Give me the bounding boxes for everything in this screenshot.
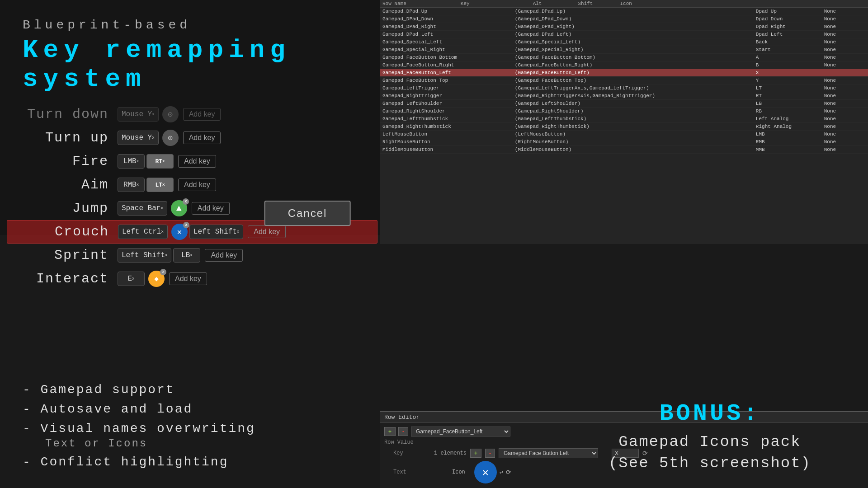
add-key-btn-jump[interactable]: Add key: [192, 202, 230, 215]
feature-conflict: - Conflict highlighting: [23, 455, 362, 469]
action-label-jump: Jump: [9, 201, 108, 216]
action-label-interact: Interact: [9, 271, 108, 286]
table-row[interactable]: Gamepad_RightThumbstick(Gamepad_RightThu…: [380, 123, 868, 131]
table-row[interactable]: RightMouseButton(RightMouseButton)RMBNon…: [380, 138, 868, 146]
ue-data-table: Gamepad_DPad_Up(Gamepad_DPad_Up)Dpad UpN…: [380, 8, 868, 154]
mapping-row-sprint: Sprint Left Shiftx LBx Add key: [9, 244, 375, 267]
key-badge-left-shift-sprint[interactable]: Left Shiftx: [118, 248, 171, 263]
table-row[interactable]: Gamepad_FaceButton_Left(Gamepad_FaceButt…: [380, 69, 868, 77]
subtitle: Blueprint-based: [23, 18, 362, 32]
add-key-element-btn[interactable]: +: [470, 449, 481, 458]
table-row[interactable]: Gamepad_Special_Right(Gamepad_Special_Ri…: [380, 46, 868, 54]
key-badge-spacebar[interactable]: Space Barx: [118, 201, 167, 216]
key-badge-left-shift-crouch[interactable]: Left Shiftx: [189, 225, 243, 239]
table-row[interactable]: Gamepad_LeftShoulder(Gamepad_LeftShoulde…: [380, 100, 868, 108]
key-badge-rt[interactable]: RTx: [146, 154, 174, 169]
ue-col-label-1: Key: [461, 1, 470, 6]
main-title: Key remapping system: [23, 36, 362, 94]
action-label-sprint: Sprint: [9, 248, 108, 263]
cancel-button[interactable]: Cancel: [264, 201, 351, 226]
row-editor-title: Row Editor: [384, 414, 420, 421]
table-row[interactable]: Gamepad_LeftThumbstick(Gamepad_LeftThumb…: [380, 115, 868, 123]
feature-visual: - Visual names overwriting: [23, 422, 362, 436]
mapping-row-aim: Aim RMBx LTx Add key: [9, 173, 375, 197]
icon-search-icon: ↩: [500, 469, 503, 476]
table-row[interactable]: Gamepad_DPad_Left(Gamepad_DPad_Left)Dpad…: [380, 31, 868, 38]
remove-row-btn[interactable]: -: [398, 427, 408, 436]
key-badge-e[interactable]: Ex: [118, 272, 145, 286]
table-row[interactable]: Gamepad_DPad_Down(Gamepad_DPad_Down)Dpad…: [380, 15, 868, 23]
ue-col-label-3: Shift: [578, 1, 593, 6]
feature-gamepad: - Gamepad support: [23, 383, 362, 397]
add-key-btn-fire[interactable]: Add key: [178, 155, 216, 168]
features-panel: - Gamepad support - Autosave and load - …: [0, 369, 384, 488]
bonus-label: BONUS:: [574, 400, 845, 427]
ue-col-label-2: Alt: [533, 1, 542, 6]
action-label-crouch: Crouch: [9, 224, 109, 239]
mouse-icon-down: ⊙: [162, 106, 179, 122]
table-row[interactable]: LeftMouseButton(LeftMouseButton)LMBNone: [380, 131, 868, 138]
table-row[interactable]: Gamepad_DPad_Right(Gamepad_DPad_Right)Dp…: [380, 23, 868, 31]
mapping-row-turn-down: Turn down Mouse Yx ⊙ Add key: [9, 103, 375, 126]
key-badge-mouse-y-up[interactable]: Mouse Yx: [118, 131, 159, 145]
action-label-turn-down: Turn down: [9, 107, 108, 122]
action-label-fire: Fire: [9, 154, 108, 169]
table-row[interactable]: Gamepad_RightShoulder(Gamepad_RightShoul…: [380, 108, 868, 115]
add-key-btn-aim[interactable]: Add key: [178, 178, 216, 191]
green-a-icon[interactable]: ▲ x: [171, 200, 187, 216]
add-key-btn-sprint[interactable]: Add key: [205, 249, 243, 262]
add-key-btn-turn-up[interactable]: Add key: [183, 131, 221, 144]
text-label: Text: [393, 469, 429, 475]
ue-panel-header: Row Name Key Alt Shift Icon: [380, 0, 868, 8]
add-key-btn-interact[interactable]: Add key: [169, 272, 207, 285]
ue-table-container[interactable]: Gamepad_DPad_Up(Gamepad_DPad_Up)Dpad UpN…: [380, 8, 868, 184]
icon-refresh-icon: ⟳: [506, 469, 511, 476]
key-badge-lt[interactable]: LTx: [146, 178, 174, 192]
key-badge-lmb[interactable]: LMBx: [118, 154, 145, 169]
bonus-text: Gamepad Icons pack(See 5th screenshot): [574, 432, 845, 474]
add-row-btn[interactable]: +: [384, 427, 396, 436]
feature-autosave: - Autosave and load: [23, 402, 362, 416]
key-badge-mouse-y-down[interactable]: Mouse Yx: [118, 107, 159, 122]
icon-preview-area: ✕ ↩ ⟳: [474, 461, 511, 483]
remove-key-element-btn[interactable]: -: [485, 449, 495, 458]
table-row[interactable]: Gamepad_FaceButton_Top(Gamepad_FaceButto…: [380, 77, 868, 84]
ue-editor-panel: Row Name Key Alt Shift Icon Gamepad_DPad…: [380, 0, 868, 244]
left-panel: Blueprint-based Key remapping system Tur…: [0, 0, 384, 235]
table-row[interactable]: Gamepad_FaceButton_Right(Gamepad_FaceBut…: [380, 61, 868, 69]
table-row[interactable]: Gamepad_Special_Left(Gamepad_Special_Lef…: [380, 38, 868, 46]
icon-label: Icon: [452, 469, 465, 475]
mapping-container: Turn down Mouse Yx ⊙ Add key Turn up Mou…: [0, 103, 384, 291]
mapping-row-turn-up: Turn up Mouse Yx ⊙ Add key: [9, 126, 375, 150]
ue-tab-label: Row Name: [382, 1, 406, 6]
feature-text-icons: Text or Icons: [45, 437, 362, 450]
header-section: Blueprint-based Key remapping system: [0, 0, 384, 103]
bonus-panel: BONUS: Gamepad Icons pack(See 5th screen…: [552, 387, 868, 488]
yellow-icon[interactable]: ◆ x: [148, 271, 165, 287]
table-row[interactable]: Gamepad_DPad_Up(Gamepad_DPad_Up)Dpad UpN…: [380, 8, 868, 15]
key-badge-left-ctrl[interactable]: Left Ctrlx: [118, 225, 168, 239]
mapping-row-fire: Fire LMBx RTx Add key: [9, 150, 375, 173]
action-label-aim: Aim: [9, 177, 108, 192]
mapping-row-interact: Interact Ex ◆ x Add key: [9, 267, 375, 291]
table-row[interactable]: Gamepad_LeftTrigger(Gamepad_LeftTriggerA…: [380, 84, 868, 92]
add-key-btn-crouch[interactable]: Add key: [248, 225, 286, 238]
table-row[interactable]: Gamepad_FaceButton_Bottom(Gamepad_FaceBu…: [380, 54, 868, 61]
key-badge-lb[interactable]: LBx: [173, 248, 200, 263]
row-value-label: Row Value: [384, 439, 420, 446]
table-row[interactable]: MiddleMouseButton(MiddleMouseButton)MMBN…: [380, 146, 868, 154]
elements-count: 1 elements: [434, 450, 467, 456]
blue-x-icon[interactable]: ✕ x: [171, 224, 188, 240]
key-badge-rmb[interactable]: RMBx: [118, 178, 145, 192]
table-row[interactable]: Gamepad_RightTrigger(Gamepad_RightTrigge…: [380, 92, 868, 100]
ue-col-label-4: Icon: [620, 1, 632, 6]
icon-preview-badge: ✕: [474, 461, 497, 483]
add-key-btn-turn-down[interactable]: Add key: [183, 108, 221, 121]
mouse-icon-up: ⊙: [162, 130, 179, 146]
action-label-turn-up: Turn up: [9, 130, 108, 145]
row-dropdown[interactable]: Gamepad_FaceButton_Left: [411, 427, 510, 436]
key-label: Key: [393, 450, 429, 456]
